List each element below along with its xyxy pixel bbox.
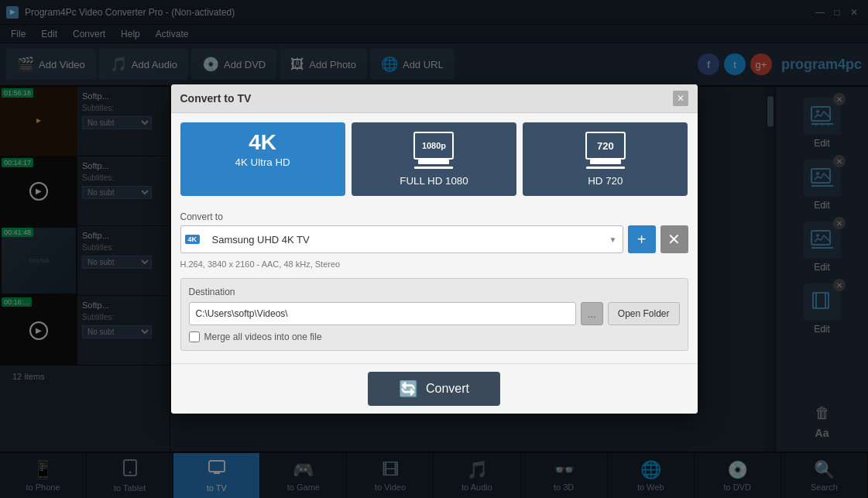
quality-1080-label: FULL HD 1080 [400, 175, 468, 187]
remove-preset-button[interactable]: ✕ [660, 225, 688, 253]
open-folder-button[interactable]: Open Folder [608, 302, 680, 325]
quality-4k-label: 4K Ultra HD [235, 156, 290, 168]
4k-badge: 4K [185, 235, 201, 244]
dialog-body: Convert to 4K Samsung UHD 4K TV ▼ + ✕ H.… [171, 202, 698, 363]
add-preset-button[interactable]: + [628, 225, 656, 253]
convert-to-label: Convert to [180, 211, 688, 222]
dialog-close-button[interactable]: ✕ [673, 91, 688, 106]
convert-select-wrapper: 4K Samsung UHD 4K TV ▼ [180, 225, 623, 253]
merge-checkbox[interactable] [189, 331, 200, 342]
convert-label: Convert [426, 382, 469, 396]
destination-label: Destination [189, 287, 680, 297]
quality-4k-icon: 4K [249, 132, 276, 153]
merge-row: Merge all videos into one file [189, 331, 680, 342]
modal-overlay: Convert to TV ✕ 4K 4K Ultra HD 1080p FUL… [0, 0, 868, 498]
quality-1080-button[interactable]: 1080p FULL HD 1080 [352, 122, 516, 196]
format-info: H.264, 3840 x 2160 - AAC, 48 kHz, Stereo [180, 259, 688, 269]
dialog-footer: 🔄 Convert [171, 363, 698, 414]
quality-720-button[interactable]: 720 HD 720 [523, 122, 688, 196]
quality-720-label: HD 720 [588, 175, 623, 187]
dropdown-arrow-icon: ▼ [609, 235, 617, 244]
convert-dialog: Convert to TV ✕ 4K 4K Ultra HD 1080p FUL… [171, 84, 698, 414]
convert-to-select[interactable]: Samsung UHD 4K TV [180, 225, 623, 253]
destination-row: ... Open Folder [189, 302, 680, 325]
destination-section: Destination ... Open Folder Merge all vi… [180, 278, 688, 351]
convert-icon: 🔄 [399, 380, 418, 398]
quality-4k-button[interactable]: 4K 4K Ultra HD [180, 122, 345, 196]
quality-1080-icon: 1080p [413, 132, 454, 160]
dialog-title: Convert to TV [180, 92, 252, 105]
quality-options: 4K 4K Ultra HD 1080p FULL HD 1080 720 HD… [171, 113, 698, 202]
browse-button[interactable]: ... [581, 302, 603, 325]
convert-button[interactable]: 🔄 Convert [368, 372, 500, 406]
quality-720-icon: 720 [585, 132, 626, 160]
destination-input[interactable] [189, 302, 576, 325]
dialog-header: Convert to TV ✕ [171, 84, 698, 113]
merge-label: Merge all videos into one file [204, 331, 322, 342]
convert-to-row: 4K Samsung UHD 4K TV ▼ + ✕ [180, 225, 688, 253]
